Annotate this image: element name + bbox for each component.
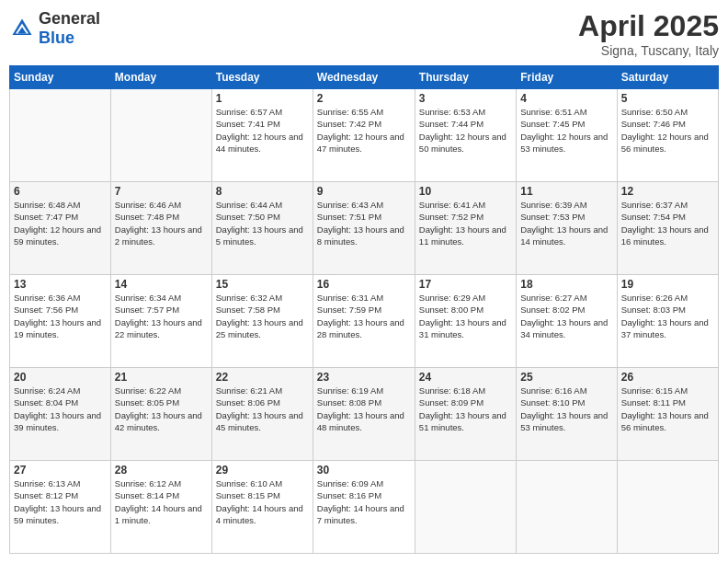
table-cell: 16Sunrise: 6:31 AMSunset: 7:59 PMDayligh…: [313, 275, 415, 368]
day-number: 6: [14, 185, 107, 198]
table-cell: [617, 461, 718, 554]
day-number: 23: [317, 371, 411, 384]
logo-blue: Blue: [39, 29, 74, 47]
title-block: April 2025 Signa, Tuscany, Italy: [578, 9, 719, 58]
day-info: Sunrise: 6:12 AMSunset: 8:14 PMDaylight:…: [115, 477, 208, 526]
day-info: Sunrise: 6:36 AMSunset: 7:56 PMDaylight:…: [14, 292, 107, 340]
day-number: 26: [621, 371, 714, 384]
day-info: Sunrise: 6:50 AMSunset: 7:46 PMDaylight:…: [621, 106, 714, 155]
table-cell: 4Sunrise: 6:51 AMSunset: 7:45 PMDaylight…: [517, 89, 617, 182]
col-monday: Monday: [110, 66, 211, 89]
day-info: Sunrise: 6:44 AMSunset: 7:50 PMDaylight:…: [216, 199, 309, 247]
day-info: Sunrise: 6:55 AMSunset: 7:42 PMDaylight:…: [317, 106, 411, 155]
day-info: Sunrise: 6:48 AMSunset: 7:47 PMDaylight:…: [14, 199, 107, 247]
logo-icon: [9, 16, 35, 41]
logo-general: General: [39, 9, 100, 28]
day-info: Sunrise: 6:39 AMSunset: 7:53 PMDaylight:…: [520, 199, 612, 247]
day-number: 19: [621, 278, 714, 291]
week-row-4: 20Sunrise: 6:24 AMSunset: 8:04 PMDayligh…: [10, 368, 719, 461]
day-number: 9: [317, 185, 411, 198]
table-cell: 14Sunrise: 6:34 AMSunset: 7:57 PMDayligh…: [110, 275, 211, 368]
calendar-header-row: Sunday Monday Tuesday Wednesday Thursday…: [10, 66, 719, 89]
day-info: Sunrise: 6:21 AMSunset: 8:06 PMDaylight:…: [216, 385, 309, 433]
week-row-1: 1Sunrise: 6:57 AMSunset: 7:41 PMDaylight…: [10, 89, 719, 182]
day-info: Sunrise: 6:57 AMSunset: 7:41 PMDaylight:…: [216, 106, 309, 155]
day-number: 22: [216, 371, 309, 384]
day-info: Sunrise: 6:43 AMSunset: 7:51 PMDaylight:…: [317, 199, 411, 247]
table-cell: 11Sunrise: 6:39 AMSunset: 7:53 PMDayligh…: [517, 182, 617, 275]
week-row-2: 6Sunrise: 6:48 AMSunset: 7:47 PMDaylight…: [10, 182, 719, 275]
day-number: 29: [216, 464, 309, 477]
calendar-table: Sunday Monday Tuesday Wednesday Thursday…: [9, 65, 719, 554]
col-wednesday: Wednesday: [313, 66, 415, 89]
day-info: Sunrise: 6:09 AMSunset: 8:16 PMDaylight:…: [317, 477, 411, 526]
page: General Blue April 2025 Signa, Tuscany, …: [0, 0, 728, 563]
day-number: 24: [419, 371, 512, 384]
day-info: Sunrise: 6:37 AMSunset: 7:54 PMDaylight:…: [621, 199, 714, 247]
day-info: Sunrise: 6:51 AMSunset: 7:45 PMDaylight:…: [520, 106, 612, 155]
table-cell: 22Sunrise: 6:21 AMSunset: 8:06 PMDayligh…: [211, 368, 313, 461]
table-cell: 28Sunrise: 6:12 AMSunset: 8:14 PMDayligh…: [110, 461, 211, 554]
table-cell: 6Sunrise: 6:48 AMSunset: 7:47 PMDaylight…: [10, 182, 111, 275]
table-cell: 29Sunrise: 6:10 AMSunset: 8:15 PMDayligh…: [211, 461, 313, 554]
table-cell: 3Sunrise: 6:53 AMSunset: 7:44 PMDaylight…: [415, 89, 516, 182]
col-friday: Friday: [517, 66, 617, 89]
table-cell: 23Sunrise: 6:19 AMSunset: 8:08 PMDayligh…: [313, 368, 415, 461]
day-number: 12: [621, 185, 714, 198]
day-info: Sunrise: 6:22 AMSunset: 8:05 PMDaylight:…: [115, 385, 208, 433]
table-cell: 21Sunrise: 6:22 AMSunset: 8:05 PMDayligh…: [110, 368, 211, 461]
day-info: Sunrise: 6:19 AMSunset: 8:08 PMDaylight:…: [317, 385, 411, 433]
day-number: 16: [317, 278, 411, 291]
col-sunday: Sunday: [10, 66, 111, 89]
col-saturday: Saturday: [617, 66, 718, 89]
day-info: Sunrise: 6:10 AMSunset: 8:15 PMDaylight:…: [216, 477, 309, 526]
table-cell: 13Sunrise: 6:36 AMSunset: 7:56 PMDayligh…: [10, 275, 111, 368]
table-cell: 27Sunrise: 6:13 AMSunset: 8:12 PMDayligh…: [10, 461, 111, 554]
day-info: Sunrise: 6:46 AMSunset: 7:48 PMDaylight:…: [115, 199, 208, 247]
table-cell: 15Sunrise: 6:32 AMSunset: 7:58 PMDayligh…: [211, 275, 313, 368]
table-cell: 24Sunrise: 6:18 AMSunset: 8:09 PMDayligh…: [415, 368, 516, 461]
table-cell: 8Sunrise: 6:44 AMSunset: 7:50 PMDaylight…: [211, 182, 313, 275]
day-number: 11: [520, 185, 612, 198]
day-number: 10: [419, 185, 512, 198]
header: General Blue April 2025 Signa, Tuscany, …: [9, 9, 719, 58]
day-info: Sunrise: 6:27 AMSunset: 8:02 PMDaylight:…: [520, 292, 612, 340]
day-number: 5: [621, 92, 714, 105]
day-number: 18: [520, 278, 612, 291]
table-cell: 12Sunrise: 6:37 AMSunset: 7:54 PMDayligh…: [617, 182, 718, 275]
day-number: 25: [520, 371, 612, 384]
day-number: 4: [520, 92, 612, 105]
col-tuesday: Tuesday: [211, 66, 313, 89]
day-info: Sunrise: 6:13 AMSunset: 8:12 PMDaylight:…: [14, 477, 107, 526]
table-cell: 18Sunrise: 6:27 AMSunset: 8:02 PMDayligh…: [517, 275, 617, 368]
week-row-5: 27Sunrise: 6:13 AMSunset: 8:12 PMDayligh…: [10, 461, 719, 554]
day-info: Sunrise: 6:31 AMSunset: 7:59 PMDaylight:…: [317, 292, 411, 340]
table-cell: 7Sunrise: 6:46 AMSunset: 7:48 PMDaylight…: [110, 182, 211, 275]
col-thursday: Thursday: [415, 66, 516, 89]
table-cell: 19Sunrise: 6:26 AMSunset: 8:03 PMDayligh…: [617, 275, 718, 368]
day-number: 28: [115, 464, 208, 477]
day-info: Sunrise: 6:16 AMSunset: 8:10 PMDaylight:…: [520, 385, 612, 433]
logo: General Blue: [9, 9, 100, 48]
day-number: 13: [14, 278, 107, 291]
day-number: 2: [317, 92, 411, 105]
day-number: 7: [115, 185, 208, 198]
table-cell: 9Sunrise: 6:43 AMSunset: 7:51 PMDaylight…: [313, 182, 415, 275]
day-number: 1: [216, 92, 309, 105]
table-cell: [10, 89, 111, 182]
day-number: 8: [216, 185, 309, 198]
table-cell: [517, 461, 617, 554]
day-info: Sunrise: 6:41 AMSunset: 7:52 PMDaylight:…: [419, 199, 512, 247]
day-info: Sunrise: 6:18 AMSunset: 8:09 PMDaylight:…: [419, 385, 512, 433]
table-cell: [415, 461, 516, 554]
table-cell: 20Sunrise: 6:24 AMSunset: 8:04 PMDayligh…: [10, 368, 111, 461]
table-cell: 2Sunrise: 6:55 AMSunset: 7:42 PMDaylight…: [313, 89, 415, 182]
table-cell: 1Sunrise: 6:57 AMSunset: 7:41 PMDaylight…: [211, 89, 313, 182]
table-cell: 26Sunrise: 6:15 AMSunset: 8:11 PMDayligh…: [617, 368, 718, 461]
table-cell: 5Sunrise: 6:50 AMSunset: 7:46 PMDaylight…: [617, 89, 718, 182]
day-number: 3: [419, 92, 512, 105]
day-number: 30: [317, 464, 411, 477]
week-row-3: 13Sunrise: 6:36 AMSunset: 7:56 PMDayligh…: [10, 275, 719, 368]
location-subtitle: Signa, Tuscany, Italy: [578, 43, 719, 58]
day-number: 14: [115, 278, 208, 291]
